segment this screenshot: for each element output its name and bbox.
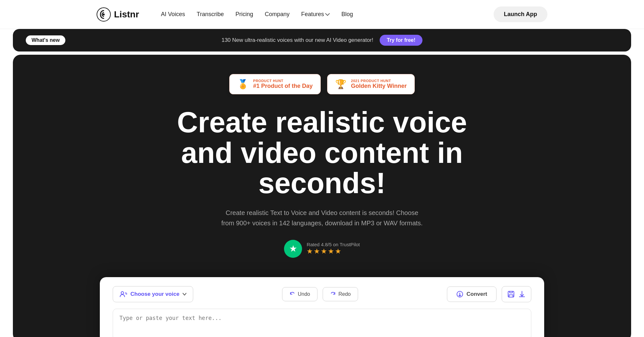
star-rating: ★★★★★ [307, 247, 360, 256]
save-icon [507, 290, 515, 298]
redo-button[interactable]: Redo [323, 287, 358, 301]
announcement-text: 130 New ultra-realistic voices with our … [222, 37, 373, 43]
announcement-bar: What's new 130 New ultra-realistic voice… [13, 29, 631, 51]
convert-button[interactable]: Convert [447, 286, 497, 302]
editor-toolbar: Choose your voice Undo [113, 286, 531, 302]
product-hunt-badge: 🏅 PRODUCT HUNT #1 Product of the Day [229, 74, 321, 94]
nav-company[interactable]: Company [265, 11, 289, 18]
voice-icon [119, 290, 127, 298]
trustpilot-text: Rated 4.8/5 on TrustPilot [307, 242, 360, 247]
undo-label: Undo [298, 291, 310, 297]
hero-section: 🏅 PRODUCT HUNT #1 Product of the Day 🏆 2… [13, 55, 631, 337]
product-hunt-title: #1 Product of the Day [253, 83, 313, 89]
navbar: Listnr AI Voices Transcribe Pricing Comp… [0, 0, 644, 29]
nav-pricing[interactable]: Pricing [235, 11, 253, 18]
golden-kitty-icon: 🏆 [335, 79, 346, 89]
trustpilot-info: Rated 4.8/5 on TrustPilot ★★★★★ [307, 242, 360, 256]
choose-voice-button[interactable]: Choose your voice [113, 286, 193, 302]
logo-text: Listnr [114, 9, 139, 20]
trustpilot-rating: ★ Rated 4.8/5 on TrustPilot ★★★★★ [284, 240, 360, 258]
nav-links: AI Voices Transcribe Pricing Company Fea… [161, 11, 353, 18]
nav-transcribe[interactable]: Transcribe [197, 11, 224, 18]
undo-button[interactable]: Undo [282, 287, 317, 301]
download-icon [518, 290, 526, 298]
award-badges: 🏅 PRODUCT HUNT #1 Product of the Day 🏆 2… [229, 74, 415, 94]
trustpilot-star-icon: ★ [289, 243, 297, 254]
golden-kitty-badge: 🏆 2021 PRODUCT HUNT Golden Kitty Winner [327, 74, 415, 94]
golden-kitty-title: Golden Kitty Winner [351, 83, 407, 89]
hero-subtitle: Create realistic Text to Voice and Video… [219, 208, 425, 228]
nav-features[interactable]: Features [301, 11, 330, 18]
redo-icon [330, 291, 336, 297]
chevron-down-icon [183, 293, 186, 295]
logo-icon [97, 7, 111, 22]
product-hunt-icon: 🏅 [237, 79, 249, 89]
golden-kitty-label: 2021 PRODUCT HUNT [351, 79, 407, 83]
nav-blog[interactable]: Blog [341, 11, 353, 18]
nav-ai-voices[interactable]: AI Voices [161, 11, 185, 18]
try-for-free-button[interactable]: Try for free! [380, 35, 422, 46]
redo-label: Redo [338, 291, 351, 297]
hero-title: Create realistic voice and video content… [161, 107, 483, 199]
product-hunt-label: PRODUCT HUNT [253, 79, 313, 83]
trustpilot-logo: ★ [284, 240, 302, 258]
choose-voice-label: Choose your voice [130, 291, 179, 297]
launch-app-button[interactable]: Launch App [494, 6, 547, 22]
chevron-down-icon [325, 13, 330, 16]
undo-icon [289, 291, 295, 297]
svg-point-1 [103, 14, 105, 15]
save-button[interactable] [502, 286, 531, 302]
logo[interactable]: Listnr [97, 7, 139, 22]
convert-icon [456, 291, 463, 298]
editor-text-input[interactable] [113, 309, 531, 337]
editor-panel: Choose your voice Undo [100, 277, 544, 337]
nav-right: Launch App [494, 6, 547, 22]
convert-label: Convert [467, 291, 487, 297]
svg-point-2 [121, 292, 124, 294]
whats-new-badge[interactable]: What's new [26, 35, 65, 45]
